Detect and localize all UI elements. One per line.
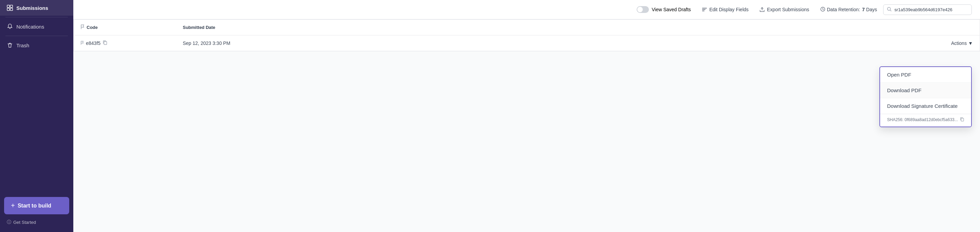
svg-rect-5 — [702, 9, 705, 10]
svg-rect-10 — [961, 118, 964, 121]
search-input[interactable] — [894, 7, 968, 12]
sidebar-divider-1 — [5, 17, 68, 17]
sha-copy-icon[interactable] — [960, 117, 964, 123]
svg-rect-2 — [7, 8, 10, 11]
sidebar-bottom: + Start to build ⓘ Get Started — [0, 197, 73, 227]
sha-value: SHA256: 0f689aa8ad12d0ebcf5a633... — [887, 117, 958, 122]
copy-code-icon[interactable] — [103, 40, 107, 46]
svg-rect-1 — [10, 5, 13, 8]
svg-rect-6 — [702, 11, 705, 11]
data-retention-info: Data Retention: 7 Days — [815, 5, 882, 15]
sidebar-item-trash[interactable]: Trash — [0, 38, 73, 53]
view-saved-drafts-toggle-container: View Saved Drafts — [632, 4, 695, 15]
flag-header-icon — [81, 25, 84, 30]
actions-chevron-icon: ▼ — [968, 41, 973, 46]
table-header: Code Submitted Date — [74, 20, 980, 35]
code-cell: e843f5 — [74, 35, 176, 51]
sidebar-item-notifications-label: Notifications — [16, 24, 45, 30]
open-pdf-label: Open PDF — [887, 72, 911, 77]
sidebar-divider-2 — [5, 36, 68, 36]
open-pdf-item[interactable]: Open PDF — [880, 67, 971, 83]
data-retention-icon — [820, 6, 826, 13]
main-content: View Saved Drafts Edit Display Fields Ex… — [73, 0, 980, 232]
sidebar-item-trash-label: Trash — [16, 43, 29, 48]
data-retention-label: Data Retention: — [827, 7, 860, 12]
search-box[interactable] — [883, 5, 972, 15]
col-actions-spacer — [685, 20, 980, 35]
sidebar: Submissions Notifications Trash + Start … — [0, 0, 73, 232]
col-submitted-date: Submitted Date — [176, 20, 685, 35]
col-code-label: Code — [87, 25, 98, 30]
sha-section: SHA256: 0f689aa8ad12d0ebcf5a633... — [880, 114, 971, 126]
col-submitted-date-label: Submitted Date — [183, 25, 215, 30]
get-started-label: Get Started — [13, 220, 36, 225]
submitted-date-cell: Sep 12, 2023 3:30 PM — [176, 35, 685, 51]
edit-display-fields-label: Edit Display Fields — [709, 7, 748, 12]
grid-icon — [7, 5, 13, 11]
svg-point-8 — [888, 7, 891, 10]
start-to-build-label: Start to build — [18, 203, 51, 209]
plus-icon: + — [11, 202, 15, 210]
actions-label: Actions — [951, 41, 967, 46]
download-signature-cert-label: Download Signature Certificate — [887, 103, 958, 109]
search-icon — [887, 7, 892, 13]
export-icon — [759, 7, 765, 12]
start-to-build-button[interactable]: + Start to build — [4, 197, 69, 214]
download-pdf-label: Download PDF — [887, 87, 921, 93]
bell-icon — [7, 24, 13, 30]
export-submissions-label: Export Submissions — [767, 7, 809, 12]
sidebar-item-notifications[interactable]: Notifications — [0, 19, 73, 34]
table: Code Submitted Date — [74, 20, 980, 51]
download-pdf-item[interactable]: Download PDF — [880, 83, 971, 98]
sidebar-item-submissions-label: Submissions — [16, 5, 48, 11]
submissions-table: Code Submitted Date — [73, 19, 980, 51]
actions-dropdown-menu: Open PDF Download PDF Download Signature… — [880, 66, 972, 127]
table-body: e843f5 Sep 12, 2023 3:30 PM — [74, 35, 980, 51]
svg-rect-4 — [702, 8, 707, 8]
data-retention-unit: Days — [866, 7, 877, 12]
trash-icon — [7, 42, 13, 48]
get-started-item[interactable]: ⓘ Get Started — [4, 218, 69, 227]
download-signature-cert-item[interactable]: Download Signature Certificate — [880, 98, 971, 114]
col-code: Code — [74, 20, 176, 35]
table-row: e843f5 Sep 12, 2023 3:30 PM — [74, 35, 980, 51]
actions-button[interactable]: Actions ▼ — [951, 41, 973, 46]
edit-display-fields-button[interactable]: Edit Display Fields — [697, 4, 753, 15]
row-flag-icon — [81, 41, 84, 46]
sidebar-item-submissions[interactable]: Submissions — [0, 0, 73, 16]
actions-cell: Actions ▼ — [685, 35, 980, 51]
view-saved-drafts-label: View Saved Drafts — [652, 7, 691, 12]
data-retention-days: 7 — [862, 7, 865, 12]
circle-question-icon: ⓘ — [7, 219, 11, 225]
edit-display-fields-icon — [702, 7, 707, 12]
toolbar: View Saved Drafts Edit Display Fields Ex… — [73, 0, 980, 19]
export-submissions-button[interactable]: Export Submissions — [755, 4, 814, 15]
view-saved-drafts-toggle[interactable] — [636, 6, 649, 13]
svg-rect-3 — [10, 8, 13, 11]
row-code-value: e843f5 — [86, 41, 100, 46]
submitted-date-value: Sep 12, 2023 3:30 PM — [183, 41, 230, 46]
svg-rect-0 — [7, 5, 10, 8]
table-area: Code Submitted Date — [73, 19, 980, 232]
svg-rect-9 — [104, 41, 107, 44]
